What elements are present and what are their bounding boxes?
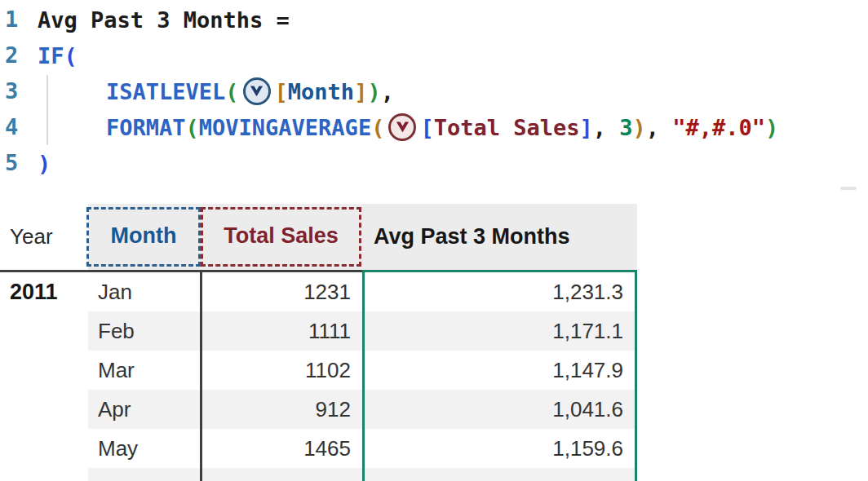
code-token: , [381,79,394,104]
code-line[interactable]: 3ISATLEVEL([Month]), [0,73,868,109]
total-sales-annotation-dashed-box [201,207,361,267]
cell-total-sales: 1465 [204,429,351,468]
total-sales-field-chevron-icon[interactable] [388,113,416,141]
code-token: ) [38,151,51,176]
code-line[interactable]: 2IF( [0,38,868,73]
cell-year [10,311,83,351]
cell-total-sales: 1102 [204,351,351,390]
code-token: ISATLEVEL [106,79,225,104]
cell-total-sales: 1231 [204,272,351,311]
code-token: IF [38,43,64,68]
line-number: 1 [5,2,18,38]
code-content: IF( [38,38,78,73]
code-token: 3 [619,115,632,140]
code-token: ] [579,115,592,140]
code-token: ) [765,115,778,140]
line-number: 3 [5,73,18,109]
cell-month: Jan [98,272,188,311]
code-content: ) [38,145,51,181]
line-number: 5 [5,145,18,181]
screenshot-root: 1Avg Past 3 Months =2IF(3ISATLEVEL([Mont… [0,0,868,481]
code-token: ) [367,79,380,104]
code-token: ] [354,79,367,104]
code-content: Avg Past 3 Months = [38,2,290,38]
code-token: "#,#.0" [672,115,765,140]
code-token: MOVINGAVERAGE [199,115,371,140]
line-number: 2 [5,38,18,73]
code-token: , [593,115,620,140]
code-token: FORMAT [106,115,186,140]
indent-guide [46,75,48,145]
cell-total-sales: 1111 [204,311,351,351]
column-divider-line [200,272,202,481]
code-token: , [646,115,673,140]
column-header-year: Year [10,204,53,270]
column-header-avg-past-3-months: Avg Past 3 Months [374,204,570,270]
code-token: Avg Past 3 Months = [38,7,290,33]
code-line[interactable]: 1Avg Past 3 Months = [0,2,868,38]
code-line[interactable]: 4FORMAT(MOVINGAVERAGE([Total Sales], 3),… [0,109,868,145]
cell-month: May [98,429,188,468]
code-editor[interactable]: 1Avg Past 3 Months =2IF(3ISATLEVEL([Mont… [0,2,868,186]
month-field-chevron-icon[interactable] [243,77,271,105]
code-token: ( [225,79,238,104]
code-content: ISATLEVEL([Month]), [106,73,394,109]
code-line[interactable]: 5) [0,145,868,181]
code-content: FORMAT(MOVINGAVERAGE([Total Sales], 3), … [106,109,778,145]
cell-month: Feb [98,311,188,351]
ui-artifact-dash [840,187,857,190]
code-token: Total Sales [434,115,580,140]
month-annotation-dashed-box [86,207,201,267]
code-token: ) [633,115,646,140]
cell-year [10,390,83,429]
code-token: [ [275,79,288,104]
cell-year: 2011 [10,272,83,311]
cell-total-sales: 912 [204,390,351,429]
header-divider-line [0,270,362,272]
cell-month: Apr [98,390,188,429]
avg-column-highlight-box [362,270,637,481]
cell-year [10,351,83,390]
code-token: Month [288,79,354,104]
code-token: [ [420,115,433,140]
code-token: ( [64,43,78,68]
code-token: ( [186,115,199,140]
line-number: 4 [5,109,18,145]
cell-month: Mar [98,351,188,390]
cell-year [10,429,83,468]
code-token: ( [371,115,384,140]
